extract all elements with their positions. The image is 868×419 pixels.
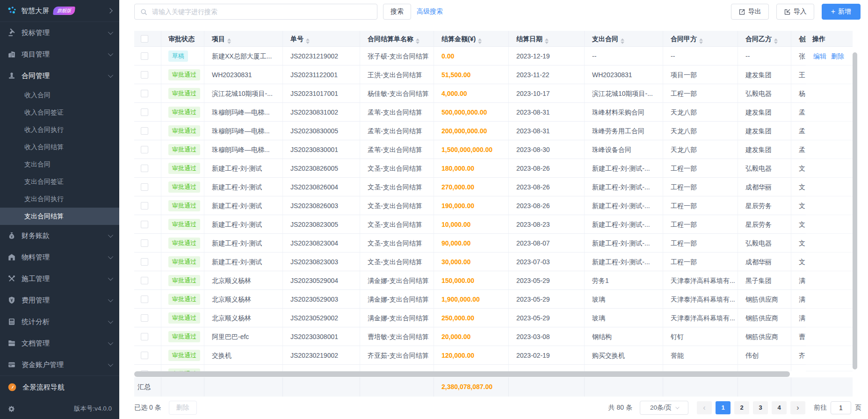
column-header-5[interactable]: 结算金额(¥) (434, 31, 509, 46)
row-checkbox[interactable] (141, 239, 148, 247)
amount-cell: 500,000,000.00 (434, 103, 509, 121)
table-row: 审批通过新建工程-刘-测试JS20230826005文圣-支出合同结算180,0… (134, 159, 853, 178)
page-size-select[interactable]: 20条/页 (640, 401, 688, 415)
sidebar-item-3[interactable]: 财务账款 (0, 225, 119, 246)
column-header-label: 单号 (290, 35, 304, 43)
column-header-4[interactable]: 合同结算单名称 (360, 31, 434, 46)
name-cell: 文圣-支出合同结算 (360, 234, 434, 252)
search-box (134, 4, 377, 20)
column-header-9[interactable]: 合同乙方 (738, 31, 791, 46)
delete-link[interactable]: 删除 (831, 52, 844, 60)
row-checkbox[interactable] (141, 183, 148, 191)
sort-icon[interactable] (621, 38, 624, 44)
edit-link[interactable]: 编辑 (813, 52, 826, 60)
sidebar-item-4[interactable]: 物料管理 (0, 246, 119, 268)
amount-cell: 200,000,000.00 (434, 122, 509, 140)
sidebar-item-panorama-nav[interactable]: 全景流程导航 (0, 376, 119, 398)
sidebar-item-9[interactable]: 资金账户管理 (0, 354, 119, 376)
sidebar-subitem-0[interactable]: 收入合同 (0, 87, 119, 104)
sidebar-subitem-2[interactable]: 收入合同执行 (0, 121, 119, 138)
sidebar-item-0[interactable]: 投标管理 (0, 22, 119, 43)
sidebar-subitem-1[interactable]: 收入合同签证 (0, 104, 119, 121)
row-checkbox[interactable] (141, 108, 148, 116)
sort-icon[interactable] (699, 38, 703, 44)
row-checkbox[interactable] (141, 296, 148, 303)
sort-icon[interactable] (774, 38, 778, 44)
sort-icon[interactable] (306, 38, 310, 44)
gear-icon[interactable] (7, 405, 15, 413)
sidebar-item-8[interactable]: 文档管理 (0, 332, 119, 354)
chevron-down-icon (108, 232, 113, 238)
row-checkbox[interactable] (141, 277, 148, 284)
row-checkbox[interactable] (141, 314, 148, 322)
contract-cell: 新建工程-刘-测试-... (585, 215, 663, 233)
search-input[interactable] (151, 7, 371, 16)
name-cell: 文圣-支出合同结算 (360, 178, 434, 196)
column-header-2[interactable]: 项目 (204, 31, 283, 46)
chevron-down-icon (108, 340, 113, 345)
edition-badge: 旗舰版 (53, 7, 75, 15)
row-checkbox[interactable] (141, 333, 148, 340)
row-checkbox[interactable] (141, 71, 148, 79)
sidebar-item-smart-screen[interactable]: 智慧大屏 旗舰版 (0, 0, 119, 22)
row-checkbox[interactable] (141, 258, 148, 266)
export-button[interactable]: 导出 (731, 4, 769, 20)
sort-icon[interactable] (416, 38, 420, 44)
sidebar-subitem-5[interactable]: 支出合同签证 (0, 173, 119, 190)
logo-grid-icon (7, 6, 17, 15)
status-badge: 审批通过 (168, 219, 200, 230)
column-header-7[interactable]: 支出合同 (585, 31, 663, 46)
row-checkbox[interactable] (141, 90, 148, 97)
status-cell: 审批通过 (161, 178, 204, 196)
row-checkbox[interactable] (141, 202, 148, 210)
sidebar-subitem-3[interactable]: 收入合同结算 (0, 138, 119, 156)
sort-icon[interactable] (227, 38, 231, 44)
next-page-button[interactable]: › (790, 401, 805, 414)
row-checkbox[interactable] (141, 146, 148, 153)
horizontal-scrollbar[interactable] (134, 371, 790, 377)
add-button[interactable]: + 新增 (822, 4, 861, 20)
row-checkbox[interactable] (141, 165, 148, 172)
row-checkbox-cell (134, 215, 161, 233)
row-checkbox[interactable] (141, 352, 148, 359)
sidebar-item-1[interactable]: 项目管理 (0, 43, 119, 65)
advanced-search-link[interactable]: 高级搜索 (417, 7, 443, 16)
party-b-cell: 成都华丽 (738, 253, 791, 271)
sort-desc-caret (306, 42, 310, 44)
goto-page-input[interactable] (831, 401, 851, 414)
moneybag-icon (7, 231, 16, 240)
select-all-checkbox[interactable] (141, 35, 148, 43)
column-header-3[interactable]: 单号 (283, 31, 360, 46)
prev-page-button[interactable]: ‹ (697, 401, 712, 414)
sidebar-item-2[interactable]: 合同管理 (0, 65, 119, 87)
import-button[interactable]: 导入 (776, 4, 814, 20)
sort-icon[interactable] (478, 38, 482, 44)
cell (509, 365, 585, 371)
page-button-3[interactable]: 3 (753, 401, 768, 414)
column-header-8[interactable]: 合同甲方 (663, 31, 738, 46)
vertical-scrollbar[interactable] (853, 52, 857, 369)
table-footer: 已选 0 条 删除 共 80 条 20条/页 ‹1234› 前往 页 (134, 397, 861, 419)
row-checkbox[interactable] (141, 127, 148, 135)
sidebar-item-6[interactable]: 费用管理 (0, 289, 119, 311)
sidebar-item-5[interactable]: 施工管理 (0, 268, 119, 289)
name-cell: 文圣-支出合同结算 (360, 196, 434, 215)
column-header-label: 合同乙方 (745, 35, 772, 43)
sidebar-subitem-4[interactable]: 支出合同 (0, 156, 119, 173)
page-button-2[interactable]: 2 (734, 401, 749, 414)
sidebar-subitem-7[interactable]: 支出合同结算 (0, 208, 119, 225)
chevron-right-icon (107, 8, 112, 13)
delete-button[interactable]: 删除 (169, 401, 197, 415)
search-button[interactable]: 搜索 (383, 4, 411, 20)
column-header-6[interactable]: 结算日期 (509, 31, 585, 46)
sort-icon[interactable] (545, 38, 549, 44)
page-button-1[interactable]: 1 (716, 401, 731, 414)
sidebar-footer: 版本号:v4.0.0 (0, 398, 119, 419)
sidebar-subitem-6[interactable]: 支出合同执行 (0, 190, 119, 208)
page-button-4[interactable]: 4 (772, 401, 787, 414)
sidebar-item-7[interactable]: 统计分析 (0, 311, 119, 332)
row-checkbox[interactable] (141, 221, 148, 228)
row-checkbox[interactable] (141, 52, 148, 60)
sort-desc-caret (416, 42, 420, 44)
sidebar-item-label: 合同管理 (22, 72, 50, 80)
